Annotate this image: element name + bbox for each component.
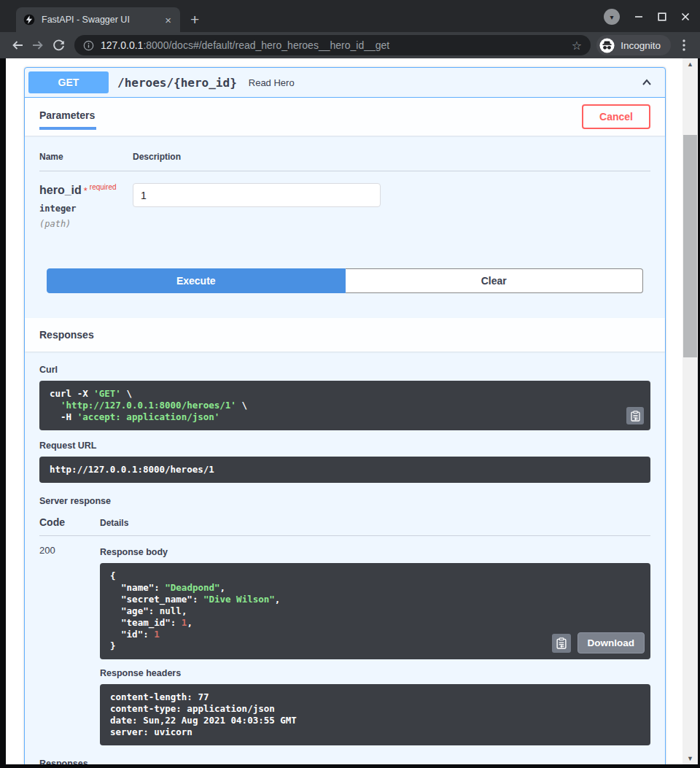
window-body: GET /heroes/{hero_id} Read Hero Paramete… bbox=[0, 58, 700, 768]
collapse-chevron-icon[interactable] bbox=[639, 75, 654, 90]
server-response-row: 200 Response body Download{ "name": "Dea… bbox=[39, 536, 650, 745]
url-bar[interactable]: 127.0.0.1:8000/docs#/default/read_hero_h… bbox=[74, 35, 591, 55]
parameters-header: Parameters Cancel bbox=[25, 98, 665, 136]
parameter-name: hero_id bbox=[39, 184, 82, 196]
minimize-icon[interactable] bbox=[634, 12, 643, 21]
column-code-label: Code bbox=[39, 516, 100, 528]
column-details-label: Details bbox=[100, 518, 650, 528]
status-code: 200 bbox=[39, 545, 100, 745]
code-line: { bbox=[110, 570, 640, 582]
response-headers-label: Response headers bbox=[100, 668, 650, 678]
responses-body: Curl curl -X 'GET' \ 'http://127.0.0.1:8… bbox=[25, 352, 665, 764]
back-icon[interactable] bbox=[7, 35, 28, 55]
site-info-icon[interactable] bbox=[83, 40, 94, 51]
cancel-button[interactable]: Cancel bbox=[582, 104, 650, 129]
response-headers-block: content-length: 77content-type: applicat… bbox=[100, 684, 650, 745]
code-line: content-length: 77 bbox=[110, 691, 640, 703]
new-tab-button[interactable]: + bbox=[190, 13, 199, 26]
code-line: server: uvicorn bbox=[110, 726, 640, 738]
opblock-get-heroes: GET /heroes/{hero_id} Read Hero Paramete… bbox=[24, 67, 666, 764]
curl-label: Curl bbox=[39, 365, 650, 375]
responses-title: Responses bbox=[39, 329, 94, 341]
window-controls: ▾ bbox=[604, 9, 690, 25]
column-name-label: Name bbox=[39, 152, 133, 162]
parameter-type: integer bbox=[39, 203, 133, 214]
browser-tab[interactable]: FastAPI - Swagger UI × bbox=[16, 7, 180, 32]
tab-title: FastAPI - Swagger UI bbox=[42, 15, 162, 25]
hero-id-input[interactable] bbox=[133, 183, 381, 207]
copy-to-clipboard-icon[interactable] bbox=[626, 407, 644, 424]
maximize-icon[interactable] bbox=[658, 12, 666, 21]
incognito-badge: Incognito bbox=[596, 35, 671, 55]
window-menu-button[interactable]: ▾ bbox=[604, 9, 620, 25]
documented-responses-label: Responses bbox=[39, 759, 650, 764]
url-text[interactable]: 127.0.0.1:8000/docs#/default/read_hero_h… bbox=[101, 39, 566, 51]
parameters-table-header: Name Description bbox=[39, 152, 650, 171]
code-line: content-type: application/json bbox=[110, 703, 640, 715]
execute-button[interactable]: Execute bbox=[47, 268, 346, 293]
http-method-badge: GET bbox=[28, 71, 109, 93]
opblock-summary[interactable]: GET /heroes/{hero_id} Read Hero bbox=[25, 68, 665, 98]
url-host: 127.0.0.1 bbox=[101, 39, 143, 51]
forward-icon[interactable] bbox=[28, 35, 48, 55]
execute-row: Execute Clear bbox=[25, 268, 665, 308]
response-details-cell: Response body Download{ "name": "Deadpon… bbox=[100, 545, 650, 745]
endpoint-path: /heroes/{hero_id} bbox=[117, 76, 237, 90]
incognito-icon bbox=[599, 38, 615, 53]
request-url-value: http://127.0.0.1:8000/heroes/1 bbox=[50, 464, 214, 475]
bookmark-star-icon[interactable]: ☆ bbox=[572, 39, 582, 53]
code-line: "name": "Deadpond", bbox=[110, 582, 640, 594]
code-line: "secret_name": "Dive Wilson", bbox=[110, 594, 640, 605]
tab-close-icon[interactable]: × bbox=[162, 13, 174, 27]
reload-icon[interactable] bbox=[48, 35, 69, 55]
column-description-label: Description bbox=[133, 152, 650, 162]
required-star: * bbox=[84, 185, 88, 196]
code-line: "age": null, bbox=[110, 605, 640, 617]
request-url-block: http://127.0.0.1:8000/heroes/1 bbox=[39, 457, 650, 483]
tab-parameters[interactable]: Parameters bbox=[39, 104, 96, 130]
responses-header: Responses bbox=[25, 318, 665, 352]
scroll-down-icon[interactable]: ▼ bbox=[682, 755, 698, 762]
swagger-page: GET /heroes/{hero_id} Read Hero Paramete… bbox=[6, 58, 682, 764]
code-line: date: Sun,22 Aug 2021 04:03:55 GMT bbox=[110, 715, 640, 726]
browser-toolbar: 127.0.0.1:8000/docs#/default/read_hero_h… bbox=[0, 32, 700, 58]
scrollbar-thumb[interactable] bbox=[683, 135, 697, 357]
curl-code-block: curl -X 'GET' \ 'http://127.0.0.1:8000/h… bbox=[39, 381, 650, 430]
code-line: 'http://127.0.0.1:8000/heroes/1' \ bbox=[50, 400, 640, 411]
tab-strip: FastAPI - Swagger UI × + ▾ bbox=[0, 0, 700, 32]
parameter-description-cell bbox=[133, 183, 650, 229]
clear-button[interactable]: Clear bbox=[346, 268, 644, 293]
download-button[interactable]: Download bbox=[578, 632, 645, 653]
required-label: required bbox=[90, 183, 117, 191]
code-line: curl -X 'GET' \ bbox=[50, 388, 640, 400]
code-line: "team_id": 1, bbox=[110, 617, 640, 629]
parameter-location: (path) bbox=[39, 219, 133, 229]
response-body-actions: Download bbox=[552, 632, 645, 653]
request-url-label: Request URL bbox=[39, 441, 650, 451]
server-response-table-header: Code Details bbox=[39, 516, 650, 536]
scroll-up-icon[interactable]: ▲ bbox=[682, 61, 698, 68]
endpoint-summary: Read Hero bbox=[249, 77, 639, 88]
close-window-icon[interactable] bbox=[681, 12, 690, 21]
page-scrollbar[interactable]: ▲ ▼ bbox=[682, 58, 698, 764]
parameter-row: hero_id*required integer (path) bbox=[39, 183, 650, 229]
menu-kebab-icon[interactable] bbox=[675, 35, 693, 55]
response-body-label: Response body bbox=[100, 547, 650, 557]
code-line: -H 'accept: application/json' bbox=[50, 411, 640, 423]
response-body-block: Download{ "name": "Deadpond", "secret_na… bbox=[100, 563, 650, 659]
url-path: :8000/docs#/default/read_hero_heroes__he… bbox=[143, 39, 389, 51]
incognito-label: Incognito bbox=[621, 40, 661, 51]
parameters-table: Name Description hero_id*required intege… bbox=[25, 136, 665, 268]
parameter-name-cell: hero_id*required integer (path) bbox=[39, 183, 133, 229]
server-response-label: Server response bbox=[39, 496, 650, 506]
copy-response-icon[interactable] bbox=[552, 634, 571, 653]
favicon-fastapi-icon bbox=[23, 14, 35, 26]
